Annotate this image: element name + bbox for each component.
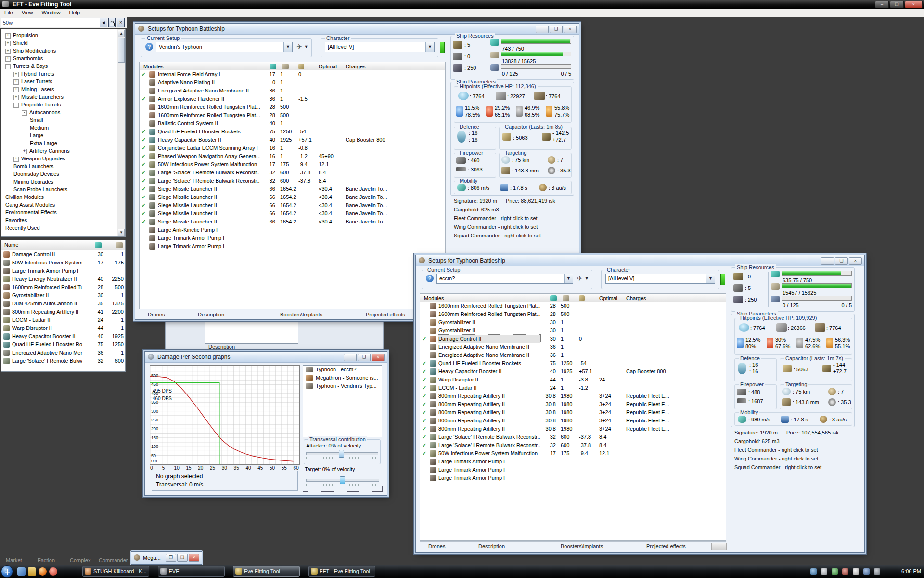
search-clear-button[interactable]: ×	[117, 18, 125, 27]
dropdown-arrow-icon[interactable]: ▼	[425, 42, 434, 52]
module-row[interactable]: Large Trimark Armor Pump I	[140, 242, 445, 250]
setup-tab-description[interactable]: Description	[198, 312, 224, 317]
scroll-up-icon[interactable]: ▲	[118, 30, 125, 37]
module-row[interactable]: ✓Heavy Capacitor Booster II401925+57.1Ca…	[140, 136, 445, 144]
module-row[interactable]: 1600mm Reinforced Rolled Tungsten Plat..…	[140, 103, 445, 111]
help-icon[interactable]: ?	[145, 43, 153, 51]
minimize-button[interactable]: –	[536, 26, 549, 33]
wing-commander-hint[interactable]: Wing Commander - right click to set	[734, 456, 818, 461]
module-row[interactable]: ✓Quad LiF Fueled I Booster Rockets751250…	[140, 128, 445, 136]
module-row[interactable]: 1600mm Reinforced Rolled Tungsten Plat..…	[420, 310, 726, 318]
tree-item-large[interactable]: Large	[1, 131, 125, 139]
expand-icon[interactable]: +	[13, 79, 19, 85]
tray-icon-6[interactable]	[863, 568, 870, 575]
tree-scrollbar[interactable]: ▲ ▼	[117, 29, 125, 236]
setup-tab-boosters-implants[interactable]: Boosters\Implants	[561, 543, 603, 549]
module-row[interactable]: ✓Siege Missile Launcher II661654.2<30.4B…	[140, 218, 445, 226]
module-row[interactable]: Energized Adaptive Nano Membrane II361	[420, 343, 726, 351]
collapse-icon[interactable]: -	[5, 64, 11, 69]
browser-tab-faction[interactable]: Faction	[38, 557, 55, 563]
module-row[interactable]: Gyrostabilizer II301	[420, 318, 726, 327]
browser-tab-commander[interactable]: Commander	[99, 557, 128, 563]
module-row[interactable]: ✓Phased Weapon Navigation Array Genera..…	[140, 152, 445, 160]
quicklaunch-firefox-icon[interactable]	[38, 567, 47, 576]
tray-icon-5[interactable]	[853, 568, 859, 575]
module-list-header[interactable]: Modules Optimal Charges	[139, 62, 446, 71]
graph-setup-item[interactable]: Typhoon - eccm?	[303, 366, 382, 374]
module-row[interactable]: ✓Conjunctive Ladar ECCM Scanning Array I…	[140, 144, 445, 152]
start-button[interactable]	[1, 565, 13, 578]
target-slider-thumb[interactable]	[340, 476, 345, 484]
module-row[interactable]: Large Trimark Armor Pump I	[420, 466, 726, 474]
table-row[interactable]: Large 'Solace' I Remote Bulwark ...32600	[1, 357, 125, 365]
table-row[interactable]: Large Trimark Armor Pump I	[1, 267, 125, 275]
search-input[interactable]	[1, 18, 100, 27]
minimize-button[interactable]: –	[875, 1, 889, 8]
maximize-button[interactable]: ❏	[890, 1, 904, 8]
tree-item-bomb-launchers[interactable]: Bomb Launchers	[1, 162, 125, 170]
taskbar-button-3[interactable]: Eve Fitting Tool	[233, 566, 300, 577]
character-select[interactable]: [All level V] ▼	[325, 42, 435, 52]
collapse-icon[interactable]: -	[22, 110, 27, 116]
search-back-button[interactable]: ◄	[100, 18, 107, 27]
module-row[interactable]: ✓Warp Disruptor II441-3.824	[420, 376, 726, 384]
module-row[interactable]: Large Trimark Armor Pump I	[140, 234, 445, 242]
tree-item-medium[interactable]: Medium	[1, 124, 125, 131]
target-slider-box[interactable]	[303, 473, 383, 492]
module-row[interactable]: ✓Large 'Solace' I Remote Bulwark Reconst…	[420, 441, 726, 449]
module-row[interactable]: Large Trimark Armor Pump I	[420, 474, 726, 482]
table-row[interactable]: Heavy Energy Neutralizer II402250	[1, 275, 125, 283]
module-row[interactable]: Energized Adaptive Nano Membrane II361	[420, 351, 726, 359]
dps-titlebar[interactable]: Damage Per Second graphs – ❏ ×	[145, 352, 387, 363]
tray-icon-3[interactable]	[832, 568, 838, 575]
help-icon[interactable]: ?	[426, 275, 434, 282]
menu-view[interactable]: View	[17, 9, 38, 17]
module-row[interactable]: ✓Internal Force Field Array I1710	[140, 70, 445, 79]
tree-item-recently-used[interactable]: Recently Used	[1, 224, 125, 232]
tray-icon-2[interactable]	[821, 568, 827, 575]
tree-item-favorites[interactable]: Favorites	[1, 216, 125, 224]
module-row[interactable]: Energized Adaptive Nano Membrane II361	[140, 87, 445, 95]
expand-icon[interactable]: +	[13, 157, 19, 162]
name-column-header[interactable]: Name	[4, 242, 18, 248]
cpu-column-icon[interactable]	[95, 242, 102, 248]
setup-select[interactable]: Vendrin's Typhoon ▼	[156, 42, 293, 52]
tree-item-propulsion[interactable]: +Propulsion	[1, 31, 125, 39]
expand-icon[interactable]: +	[13, 87, 19, 92]
collapse-icon[interactable]: -	[13, 103, 19, 108]
maximize-button[interactable]: ❏	[835, 257, 848, 265]
scrollbar-thumb[interactable]	[118, 38, 125, 63]
module-row[interactable]: ✓Quad LiF Fueled I Booster Rockets751250…	[420, 359, 726, 368]
close-button[interactable]: ×	[564, 26, 577, 33]
setup-tab-boosters-implants[interactable]: Boosters\Implants	[280, 312, 322, 317]
setup-tab-projected-effects[interactable]: Projected effects	[646, 543, 686, 549]
expand-icon[interactable]: +	[5, 49, 11, 54]
scroll-down-icon[interactable]: ▼	[118, 229, 125, 236]
module-row[interactable]: ✓50W Infectious Power System Malfunction…	[420, 449, 726, 458]
table-row[interactable]: 1600mm Reinforced Rolled Tung...28500	[1, 283, 125, 291]
tree-item-ship-modifications[interactable]: +Ship Modifications	[1, 47, 125, 54]
module-row[interactable]: ✓Large 'Solace' I Remote Bulwark Reconst…	[140, 177, 445, 185]
tree-item-civilian-modules[interactable]: Civilian Modules	[1, 193, 125, 201]
taskbar-button-1[interactable]: STUGH Killboard - K...	[82, 566, 149, 577]
table-row[interactable]: Warp Disruptor II441	[1, 324, 125, 332]
graph-setup-item[interactable]: Megathron - Someone is...	[303, 374, 382, 382]
setup-tab-drones[interactable]: Drones	[148, 312, 165, 317]
module-row[interactable]: ✓Siege Missile Launcher II661654.2<30.4B…	[140, 185, 445, 193]
squad-commander-hint[interactable]: Squad Commander - right click to set	[454, 233, 541, 238]
powergrid-column-icon[interactable]	[116, 242, 123, 248]
dropdown-arrow-icon[interactable]: ▼	[706, 274, 715, 283]
module-row[interactable]: ✓800mm Repeating Artillery II30.819803+2…	[420, 417, 726, 425]
tree-item-projectile-turrets[interactable]: -Projectile Turrets	[1, 101, 125, 108]
close-button[interactable]: ×	[189, 554, 199, 562]
close-button[interactable]: ×	[905, 1, 923, 8]
module-row[interactable]: ✓Large 'Solace' I Remote Bulwark Reconst…	[420, 433, 726, 441]
expand-icon[interactable]: +	[5, 33, 11, 39]
menu-window[interactable]: Window	[37, 9, 64, 17]
tree-item-environmental-effects[interactable]: Environmental Effects	[1, 209, 125, 216]
charges-column-header[interactable]: Charges	[626, 295, 646, 301]
tree-item-smartbombs[interactable]: +Smartbombs	[1, 54, 125, 62]
module-row[interactable]: 1600mm Reinforced Rolled Tungsten Plat..…	[420, 302, 726, 310]
module-row[interactable]: ✓Large 'Solace' I Remote Bulwark Reconst…	[140, 169, 445, 177]
character-select[interactable]: [All level V] ▼	[605, 274, 715, 284]
